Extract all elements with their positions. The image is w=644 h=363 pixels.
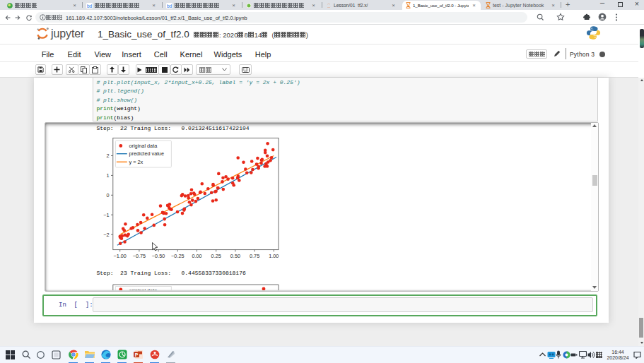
svg-text:1.00: 1.00 bbox=[269, 253, 279, 259]
svg-text:−1.00: −1.00 bbox=[113, 253, 126, 259]
svg-text:P: P bbox=[135, 352, 139, 357]
svg-text:0.75: 0.75 bbox=[250, 253, 259, 259]
svg-text:bd: bd bbox=[167, 3, 172, 8]
svg-text:original data: original data bbox=[129, 143, 158, 149]
svg-text:0.00: 0.00 bbox=[192, 253, 201, 259]
svg-text:Step: 22 Traing Loss: 0.021: Step: 22 Traing Loss: 0.0213245116174221… bbox=[97, 125, 250, 131]
svg-text:−0.25: −0.25 bbox=[171, 253, 184, 259]
svg-text:Step: 23 Traing Loss: 0.445: Step: 23 Traing Loss: 0.4455833733081817… bbox=[97, 270, 246, 276]
svg-text:y = 2x: y = 2x bbox=[129, 159, 144, 165]
svg-text:predicted value: predicted value bbox=[129, 150, 165, 157]
svg-text:−1: −1 bbox=[103, 212, 109, 218]
svg-text:original data: original data bbox=[129, 287, 158, 290]
svg-text:−0.50: −0.50 bbox=[152, 253, 165, 259]
svg-text:1: 1 bbox=[106, 172, 109, 179]
svg-text:−0.75: −0.75 bbox=[133, 253, 146, 259]
svg-text:−2: −2 bbox=[103, 232, 109, 238]
svg-text:bd: bd bbox=[87, 3, 93, 8]
svg-text:0.50: 0.50 bbox=[230, 253, 240, 259]
svg-text:0.25: 0.25 bbox=[211, 253, 221, 259]
svg-text:2: 2 bbox=[106, 153, 109, 159]
svg-text:0: 0 bbox=[106, 192, 109, 198]
